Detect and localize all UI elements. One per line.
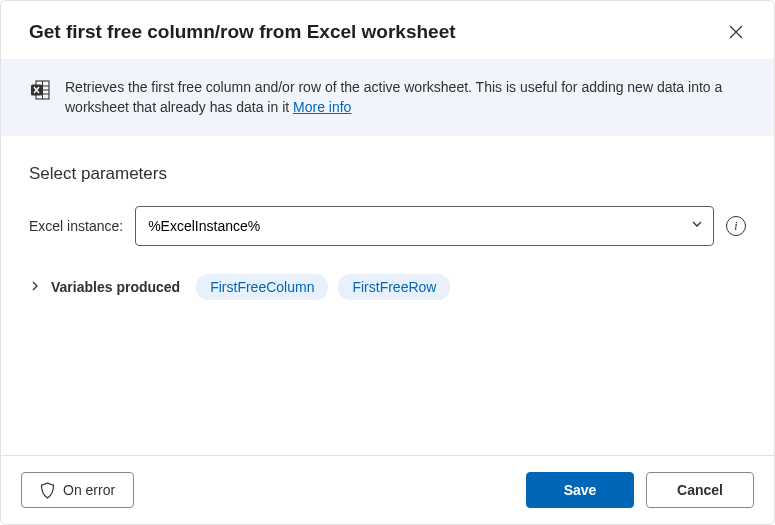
dialog-title: Get first free column/row from Excel wor… — [29, 21, 456, 43]
shield-icon — [40, 482, 55, 499]
variables-produced-label[interactable]: Variables produced — [51, 279, 180, 295]
dialog-header: Get first free column/row from Excel wor… — [1, 1, 774, 59]
dialog-body: Select parameters Excel instance: %Excel… — [1, 136, 774, 455]
excel-instance-select[interactable]: %ExcelInstance% — [135, 206, 714, 246]
variable-chip-first-free-column[interactable]: FirstFreeColumn — [196, 274, 328, 300]
excel-instance-select-wrap: %ExcelInstance% — [135, 206, 714, 246]
info-text-body: Retrieves the first free column and/or r… — [65, 79, 722, 115]
dialog-footer: On error Save Cancel — [1, 455, 774, 524]
excel-icon — [29, 79, 51, 105]
excel-instance-label: Excel instance: — [29, 218, 123, 234]
on-error-label: On error — [63, 482, 115, 498]
save-button[interactable]: Save — [526, 472, 634, 508]
footer-actions: Save Cancel — [526, 472, 754, 508]
close-icon — [729, 25, 743, 39]
on-error-button[interactable]: On error — [21, 472, 134, 508]
chevron-right-icon[interactable] — [29, 278, 41, 296]
variables-produced-row: Variables produced FirstFreeColumn First… — [29, 274, 746, 300]
info-banner: Retrieves the first free column and/or r… — [1, 59, 774, 136]
info-icon: i — [734, 220, 737, 232]
section-title: Select parameters — [29, 164, 746, 184]
variable-chip-first-free-row[interactable]: FirstFreeRow — [338, 274, 450, 300]
info-description: Retrieves the first free column and/or r… — [65, 77, 746, 118]
field-info-button[interactable]: i — [726, 216, 746, 236]
more-info-link[interactable]: More info — [293, 99, 351, 115]
cancel-button[interactable]: Cancel — [646, 472, 754, 508]
field-excel-instance: Excel instance: %ExcelInstance% i — [29, 206, 746, 246]
close-button[interactable] — [726, 22, 746, 42]
